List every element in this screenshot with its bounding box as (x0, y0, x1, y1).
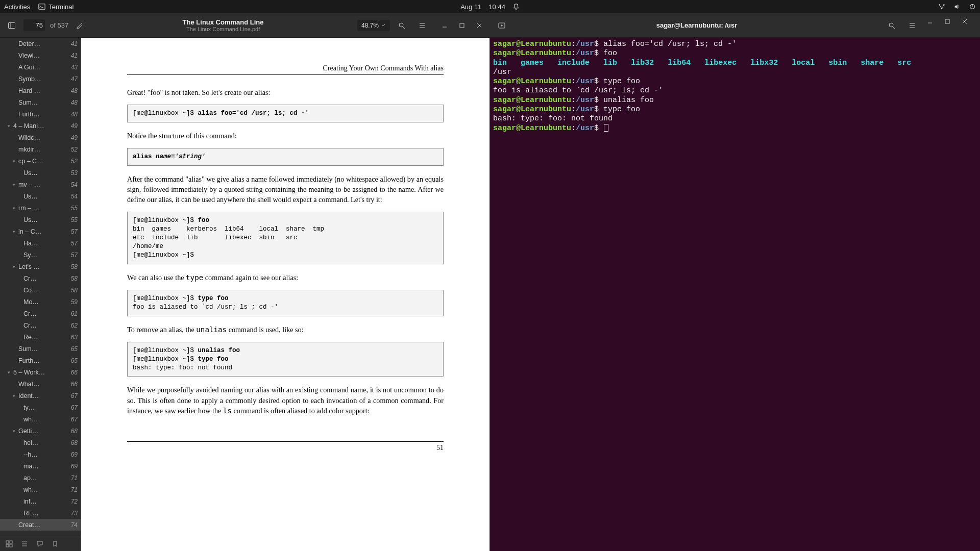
outline-item[interactable]: Ha…57 (0, 237, 81, 249)
hamburger-icon (908, 21, 916, 30)
outline-item[interactable]: Cr…61 (0, 308, 81, 319)
terminal-close-button[interactable] (962, 18, 977, 33)
outline-item[interactable]: ▾rm – …55 (0, 202, 81, 214)
outline-item[interactable]: ▾mv – …54 (0, 179, 81, 190)
outline-item[interactable]: mkdir…52 (0, 143, 81, 155)
chevron-down-icon (381, 23, 386, 28)
outline-item[interactable]: Furth…65 (0, 355, 81, 366)
new-tab-button[interactable] (493, 17, 510, 34)
paragraph: To remove an alias, the unalias command … (127, 324, 444, 335)
terminal-minimize-button[interactable] (927, 18, 942, 33)
pdf-page-area[interactable]: Creating Your Own Commands With alias Gr… (81, 38, 490, 551)
outline-item[interactable]: A Gui…43 (0, 61, 81, 73)
outline-item[interactable]: ▾Getti…68 (0, 425, 81, 437)
activities-button[interactable]: Activities (4, 3, 30, 11)
svg-rect-13 (10, 541, 12, 543)
bookmarks-view-button[interactable] (48, 537, 62, 550)
pdf-viewer-window: of 537 The Linux Command Line The Linux … (0, 13, 490, 551)
paragraph: After the command "alias" we give alias … (127, 174, 444, 205)
outline-item[interactable]: Us…54 (0, 190, 81, 202)
outline-item[interactable]: Viewi…41 (0, 49, 81, 61)
terminal-maximize-button[interactable] (944, 18, 960, 33)
outline-item[interactable]: wh…71 (0, 484, 81, 495)
search-button[interactable] (393, 17, 410, 34)
zoom-dropdown[interactable]: 48.7% (357, 20, 390, 31)
outline-item[interactable]: ty…67 (0, 402, 81, 413)
outline-item[interactable]: Sum…65 (0, 343, 81, 355)
annotate-button[interactable] (71, 17, 89, 34)
pdf-filename: The Linux Command Line.pdf (92, 26, 354, 32)
svg-point-17 (889, 23, 893, 27)
outline-item[interactable]: --h…69 (0, 448, 81, 460)
outline-item[interactable]: Wildc…49 (0, 132, 81, 143)
outline-item[interactable]: Co…58 (0, 284, 81, 296)
page-total-label: of 537 (50, 21, 68, 29)
minimize-button[interactable] (437, 18, 452, 33)
svg-point-8 (399, 23, 403, 27)
section-header: Creating Your Own Commands With alias (127, 63, 444, 75)
terminal-body[interactable]: sagar@Learnubuntu:/usr$ alias foo='cd /u… (490, 38, 980, 551)
outline-item[interactable]: Re…63 (0, 331, 81, 343)
active-app-label: Terminal (48, 3, 74, 11)
outline-item[interactable]: Us…55 (0, 214, 81, 226)
terminal-menu-button[interactable] (903, 17, 921, 34)
terminal-icon (38, 3, 45, 10)
outline-item[interactable]: ap…71 (0, 472, 81, 484)
menu-button[interactable] (413, 17, 431, 34)
svg-rect-0 (39, 4, 45, 10)
svg-rect-20 (945, 19, 949, 23)
outline-item[interactable]: ▾ln – C…57 (0, 226, 81, 237)
page-number-input[interactable] (23, 19, 45, 31)
outline-item[interactable]: hel…68 (0, 437, 81, 448)
svg-rect-15 (10, 544, 12, 547)
outline-item[interactable]: Cr…58 (0, 272, 81, 284)
thumbnails-view-button[interactable] (2, 537, 16, 550)
close-button[interactable] (472, 18, 487, 33)
terminal-search-button[interactable] (883, 17, 900, 34)
maximize-button[interactable] (454, 18, 470, 33)
outline-item[interactable]: ▾4 – Mani…49 (0, 120, 81, 132)
annotations-view-button[interactable] (33, 537, 47, 550)
outline-item[interactable]: ▾Let's …58 (0, 261, 81, 272)
search-icon (398, 21, 406, 30)
search-icon (888, 21, 896, 30)
outline-item[interactable]: inf…72 (0, 495, 81, 507)
outline-item[interactable]: Creat…74 (0, 519, 81, 531)
outline-item[interactable]: wh…67 (0, 413, 81, 425)
paragraph: Notice the structure of this command: (127, 131, 444, 141)
outline-toolbar (0, 536, 81, 551)
pdf-title: The Linux Command Line (92, 18, 354, 26)
outline-item[interactable]: ▾Ident…67 (0, 390, 81, 402)
outline-item[interactable]: Mo…59 (0, 296, 81, 308)
zoom-value: 48.7% (361, 22, 379, 29)
topbar-time[interactable]: 10:44 (488, 3, 505, 11)
outline-item[interactable]: RE…73 (0, 507, 81, 519)
svg-rect-11 (460, 23, 464, 28)
pdf-page: Creating Your Own Commands With alias Gr… (81, 38, 489, 551)
sidebar-toggle-button[interactable] (3, 17, 20, 34)
topbar-date[interactable]: Aug 11 (460, 3, 481, 11)
volume-icon[interactable] (953, 3, 961, 10)
outline-item[interactable]: ▾cp – C…52 (0, 155, 81, 167)
outline-item[interactable]: What…66 (0, 378, 81, 390)
outline-view-button[interactable] (17, 537, 32, 550)
outline-item[interactable]: Sum…48 (0, 96, 81, 108)
power-icon[interactable] (969, 3, 976, 10)
gnome-topbar: Activities Terminal Aug 11 10:44 (0, 0, 980, 13)
network-icon[interactable] (938, 3, 945, 10)
outline-item[interactable]: Symb…47 (0, 73, 81, 85)
terminal-window: sagar@Learnubuntu: /usr sagar@Learnubunt… (490, 13, 980, 551)
outline-item[interactable]: ▾5 – Work…66 (0, 366, 81, 378)
outline-item[interactable]: ma…69 (0, 460, 81, 472)
outline-item[interactable]: Cr…62 (0, 319, 81, 331)
svg-rect-6 (9, 22, 15, 28)
outline-item[interactable]: Furth…48 (0, 108, 81, 120)
outline-item[interactable]: Hard …48 (0, 85, 81, 96)
paragraph: We can also use the type command again t… (127, 272, 444, 283)
active-app[interactable]: Terminal (38, 3, 74, 11)
notification-icon[interactable] (512, 3, 520, 10)
outline-item[interactable]: Us…53 (0, 167, 81, 179)
outline-item[interactable]: Deter…41 (0, 38, 81, 49)
outline-item[interactable]: Sy…57 (0, 249, 81, 261)
terminal-title: sagar@Learnubuntu: /usr (513, 21, 880, 29)
